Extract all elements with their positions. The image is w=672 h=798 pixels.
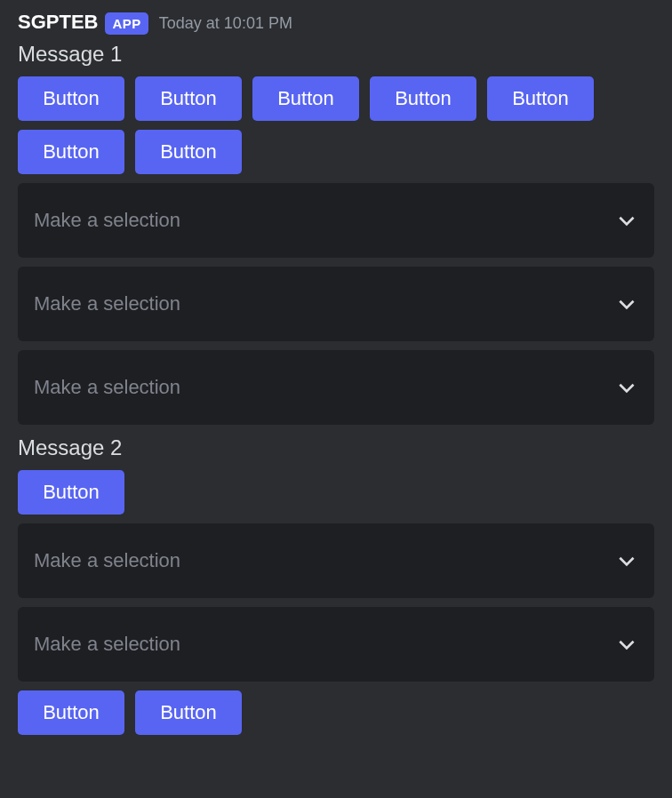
timestamp: Today at 10:01 PM [159,14,292,33]
select-menu[interactable]: Make a selection [18,607,654,682]
message-content-1: Message 1 [18,40,654,68]
chevron-down-icon [615,209,638,232]
action-button[interactable]: Button [18,76,124,121]
select-placeholder: Make a selection [34,633,180,656]
select-placeholder: Make a selection [34,376,180,399]
select-placeholder: Make a selection [34,292,180,315]
username[interactable]: SGPTEB [18,11,98,34]
select-menu[interactable]: Make a selection [18,523,654,598]
chevron-down-icon [615,376,638,399]
action-button[interactable]: Button [370,76,476,121]
action-button[interactable]: Button [135,76,242,121]
chevron-down-icon [615,633,638,656]
select-menu[interactable]: Make a selection [18,350,654,425]
action-button[interactable]: Button [135,690,242,735]
button-row: Button Button [18,130,654,174]
discord-message: SGPTEB APP Today at 10:01 PM Message 1 B… [0,0,672,747]
select-placeholder: Make a selection [34,549,180,572]
action-button[interactable]: Button [18,690,124,735]
app-badge: APP [105,12,148,35]
message-header: SGPTEB APP Today at 10:01 PM [18,11,654,35]
action-button[interactable]: Button [252,76,359,121]
action-button[interactable]: Button [487,76,594,121]
action-button[interactable]: Button [18,130,124,174]
message-content-2: Message 2 [18,434,654,461]
button-row: Button [18,470,654,515]
button-row: Button Button [18,690,654,735]
chevron-down-icon [615,549,638,572]
select-menu[interactable]: Make a selection [18,183,654,258]
select-menu[interactable]: Make a selection [18,267,654,341]
action-button[interactable]: Button [18,470,124,515]
button-row: Button Button Button Button Button [18,76,654,121]
action-button[interactable]: Button [135,130,242,174]
chevron-down-icon [615,292,638,315]
select-placeholder: Make a selection [34,209,180,232]
